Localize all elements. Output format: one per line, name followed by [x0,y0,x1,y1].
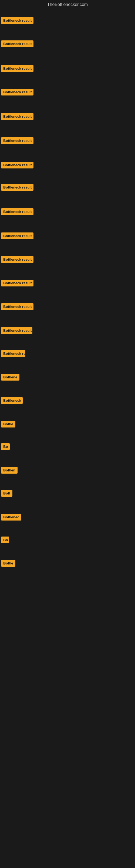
bottleneck-badge[interactable]: Bottleneck result [1,327,32,334]
list-item: Bottleneck result [0,16,35,27]
bottleneck-badge[interactable]: Bottlene [1,374,19,380]
list-item: Bottleneck result [0,278,35,289]
bottleneck-badge[interactable]: Bo [1,443,10,450]
bottleneck-badge[interactable]: Bottlenec [1,514,21,521]
list-item: Bottleneck result [0,207,35,218]
bottleneck-badge[interactable]: Bottleneck result [1,113,34,120]
bottleneck-badge[interactable]: Bottleneck result [1,232,34,239]
bottleneck-badge[interactable]: Bo [1,536,9,543]
list-item: Bottleneck re [0,348,27,360]
bottleneck-badge[interactable]: Bottle [1,421,15,428]
bottleneck-badge[interactable]: Bottleneck result [1,162,34,168]
bottleneck-badge[interactable]: Bottleneck result [1,184,34,191]
list-item: Bottleneck result [0,254,35,266]
bottleneck-badge[interactable]: Bottlen [1,467,17,474]
bottleneck-badge[interactable]: Bott [1,490,12,497]
list-item: Bottleneck result [0,302,35,313]
list-item: Bott [0,488,13,499]
bottleneck-badge[interactable]: Bottleneck result [1,137,34,144]
bottleneck-badge[interactable]: Bottleneck result [1,40,34,47]
list-item: Bottleneck result [0,87,35,98]
bottleneck-badge[interactable]: Bottle [1,560,15,567]
list-item: Bo [0,535,10,546]
list-item: Bottleneck result [0,63,35,74]
bottleneck-badge[interactable]: Bottleneck re [1,350,26,357]
bottleneck-badge[interactable]: Bottleneck result [1,65,34,72]
bottleneck-badge[interactable]: Bottleneck result [1,89,34,95]
list-item: Bottleneck [0,396,24,407]
list-item: Bottleneck result [0,112,35,123]
list-item: Bo [0,442,11,453]
list-item: Bottleneck result [0,160,35,171]
bottleneck-badge[interactable]: Bottleneck [1,397,23,404]
list-item: Bottle [0,419,16,430]
list-item: Bottleneck result [0,182,35,193]
bottleneck-badge[interactable]: Bottleneck result [1,280,34,286]
bottleneck-badge[interactable]: Bottleneck result [1,17,34,24]
list-item: Bottleneck result [0,135,35,147]
list-item: Bottleneck result [0,326,34,337]
bottleneck-badge[interactable]: Bottleneck result [1,256,34,263]
list-item: Bottlene [0,372,20,383]
list-item: Bottleneck result [0,231,35,242]
page-container: TheBottlenecker.com Bottleneck resultBot… [0,0,135,868]
bottleneck-badge[interactable]: Bottleneck result [1,208,34,215]
site-title: TheBottlenecker.com [0,0,135,8]
bottleneck-badge[interactable]: Bottleneck result [1,303,34,310]
list-item: Bottlenec [0,512,22,523]
list-item: Bottlen [0,465,18,476]
list-item: Bottle [0,558,16,569]
list-item: Bottleneck result [0,39,35,50]
